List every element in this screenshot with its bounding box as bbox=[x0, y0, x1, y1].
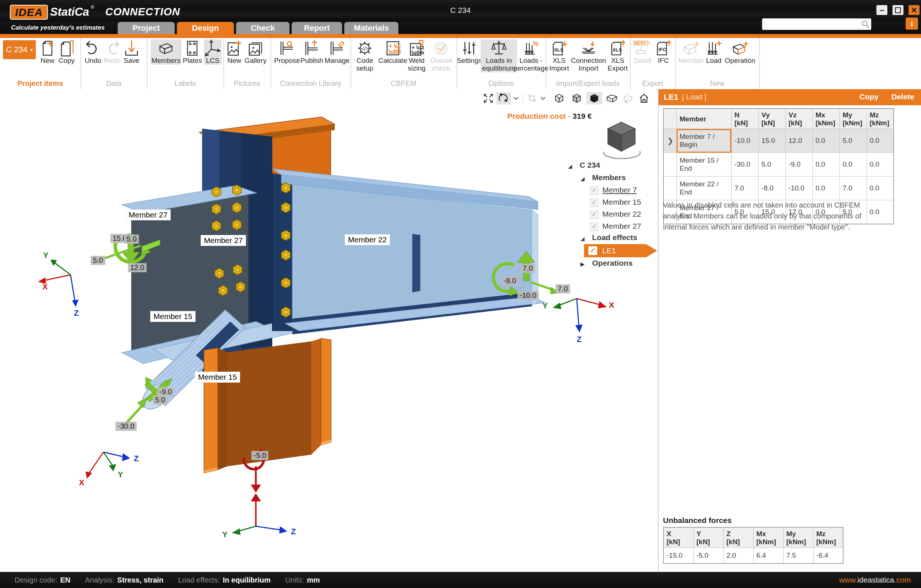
undo-button[interactable]: Undo bbox=[85, 39, 101, 65]
value-cell[interactable]: 0.0 bbox=[812, 176, 840, 200]
picture-gallery-button[interactable]: Gallery bbox=[244, 39, 267, 65]
info-button[interactable]: i bbox=[906, 18, 918, 29]
load-value-chip: 5.0 bbox=[124, 235, 139, 244]
tree-item-member22[interactable]: Member 22 bbox=[602, 210, 641, 218]
member-visibility-checkbox[interactable]: ✓ bbox=[590, 199, 598, 207]
member-visibility-checkbox[interactable]: ✓ bbox=[590, 210, 598, 219]
value-cell[interactable]: 15.0 bbox=[758, 129, 785, 153]
redo-button[interactable]: Redo bbox=[104, 39, 120, 65]
beam-upload-icon bbox=[304, 39, 320, 57]
new-member-button[interactable]: Member bbox=[679, 39, 703, 65]
labels-plates-toggle[interactable]: Plates bbox=[183, 39, 202, 65]
new-operation-button[interactable]: Operation bbox=[724, 39, 756, 65]
copy-load-button[interactable]: Copy bbox=[859, 93, 879, 101]
expander-icon[interactable]: ◢ bbox=[580, 176, 585, 182]
value-cell[interactable]: -10.0 bbox=[731, 129, 758, 153]
tab-check[interactable]: Check bbox=[236, 22, 290, 34]
labels-lcs-toggle[interactable]: LCS bbox=[204, 39, 221, 65]
tree-item-member27[interactable]: Member 27 bbox=[602, 222, 641, 231]
settings-button[interactable]: Settings bbox=[459, 39, 480, 65]
member-cell[interactable]: Member 15 / End bbox=[677, 153, 731, 176]
value-cell[interactable]: 7.0 bbox=[840, 176, 867, 200]
member-cell[interactable]: Member 7 / Begin bbox=[677, 129, 731, 153]
value-cell[interactable]: 0.0 bbox=[867, 129, 893, 153]
load-value-chip: -5.0 bbox=[251, 451, 268, 460]
zoom-options-chevron[interactable] bbox=[539, 92, 547, 104]
save-button[interactable]: Save bbox=[124, 39, 140, 65]
ribbon-group-labels: Members Plates LCS Labels bbox=[147, 38, 224, 89]
labels-members-toggle[interactable]: Members bbox=[151, 39, 181, 65]
ribbon-group-cbfem: </> Code setup + \u2212\u00d7 \u00f7 Cal… bbox=[350, 38, 457, 89]
copy-project-item-button[interactable]: Copy bbox=[59, 39, 75, 65]
value-cell[interactable]: 0.0 bbox=[812, 153, 840, 176]
picture-new-button[interactable]: New bbox=[226, 39, 242, 65]
value-cell[interactable]: -8.0 bbox=[758, 176, 785, 200]
app-window: IDEA StatiCa ® CONNECTION C 234 – ✕ Calc… bbox=[0, 0, 921, 588]
propose-button[interactable]: Propose bbox=[274, 39, 300, 65]
manage-button[interactable]: Manage bbox=[325, 39, 350, 65]
value-cell[interactable]: 5.0 bbox=[758, 153, 785, 176]
value-cell[interactable]: 0.0 bbox=[812, 129, 840, 153]
tree-item-member7[interactable]: Member 7 bbox=[602, 186, 637, 194]
search-input[interactable] bbox=[765, 20, 859, 29]
model-viewport[interactable]: X Y Z Z Y X Y Z Y bbox=[0, 89, 656, 571]
xls-import-button[interactable]: XLS XLS Import bbox=[548, 39, 570, 72]
calculate-button[interactable]: + \u2212\u00d7 \u00f7 Calculate bbox=[378, 39, 407, 65]
value-cell[interactable]: 7.0 bbox=[731, 176, 758, 200]
expander-icon[interactable]: ◢ bbox=[568, 163, 572, 169]
minimize-button[interactable]: – bbox=[876, 5, 887, 15]
tree-item-le1[interactable]: ✓ LE1 bbox=[584, 244, 657, 257]
product-name: CONNECTION bbox=[105, 6, 180, 18]
value-cell[interactable]: 0.0 bbox=[867, 153, 893, 176]
xls-import-icon: XLS bbox=[551, 39, 567, 57]
tree-item-member15[interactable]: Member 15 bbox=[602, 198, 641, 207]
tree-item-c234[interactable]: C 234 bbox=[580, 161, 600, 169]
tree-item-members[interactable]: Members bbox=[592, 173, 626, 182]
status-load-effects: Load effects:In equilibrium bbox=[178, 576, 270, 584]
tree-item-load-effects[interactable]: Load effects bbox=[592, 233, 637, 242]
member-cell[interactable]: Member 22 / End bbox=[677, 176, 731, 200]
code-setup-button[interactable]: </> Code setup bbox=[353, 39, 376, 72]
tab-project[interactable]: Project bbox=[118, 22, 175, 34]
value-cell[interactable]: 5.0 bbox=[840, 129, 867, 153]
expander-icon[interactable]: ◢ bbox=[580, 235, 585, 242]
loads-in-equilibrium-toggle[interactable]: Loads in equilibrium bbox=[481, 39, 517, 72]
ribbon-group-project-items: C 234 ▾ New Copy Project items bbox=[0, 38, 81, 89]
tab-design[interactable]: Design bbox=[177, 22, 234, 34]
expander-icon[interactable]: ▶ bbox=[580, 261, 585, 267]
lcs-axes-icon bbox=[205, 39, 221, 57]
dropdown-icon: ▾ bbox=[30, 47, 33, 53]
maximize-button[interactable] bbox=[892, 5, 903, 15]
tab-materials[interactable]: Materials bbox=[344, 22, 399, 34]
loads-percentage-toggle[interactable]: % Loads - percentage bbox=[518, 39, 544, 72]
close-button[interactable]: ✕ bbox=[909, 5, 919, 15]
load-effect-checkbox[interactable]: ✓ bbox=[588, 246, 597, 255]
tab-report[interactable]: Report bbox=[292, 22, 342, 34]
project-item-selector[interactable]: C 234 ▾ bbox=[3, 40, 36, 59]
zoom-window-button[interactable] bbox=[526, 92, 539, 104]
publish-button[interactable]: Publish bbox=[300, 39, 323, 65]
value-cell[interactable]: 0.0 bbox=[840, 153, 867, 176]
load-value-chip: 5.0 bbox=[91, 256, 105, 265]
rotate-options-chevron[interactable] bbox=[512, 92, 521, 104]
export-ifc-button[interactable]: IFC IFC bbox=[654, 39, 672, 65]
weld-sizing-button[interactable]: + \u2212\u00d7 \u00f7 Weld sizing bbox=[406, 39, 427, 72]
new-project-item-button[interactable]: New bbox=[39, 39, 55, 65]
rotate-view-button[interactable] bbox=[496, 92, 511, 104]
value-cell[interactable]: -10.0 bbox=[785, 176, 812, 200]
website-link[interactable]: www.ideastatica.com bbox=[839, 576, 911, 584]
xls-export-button[interactable]: XLS XLS Export bbox=[607, 39, 628, 72]
overall-check-button[interactable]: Overall check bbox=[430, 39, 453, 72]
member-visibility-checkbox[interactable]: ✓ bbox=[590, 186, 598, 195]
fit-view-button[interactable] bbox=[482, 92, 495, 104]
value-cell[interactable]: 0.0 bbox=[867, 176, 893, 200]
new-load-button[interactable]: Load bbox=[705, 39, 723, 65]
value-cell[interactable]: 12.0 bbox=[785, 129, 812, 153]
member-visibility-checkbox[interactable]: ✓ bbox=[590, 223, 598, 231]
tree-item-operations[interactable]: Operations bbox=[592, 259, 633, 267]
value-cell[interactable]: -30.0 bbox=[731, 153, 758, 176]
connection-import-button[interactable]: Connection Import bbox=[571, 39, 605, 72]
export-detail-button[interactable]: BETA Detail bbox=[632, 39, 653, 65]
delete-load-button[interactable]: Delete bbox=[892, 93, 914, 101]
value-cell[interactable]: -9.0 bbox=[785, 153, 812, 176]
